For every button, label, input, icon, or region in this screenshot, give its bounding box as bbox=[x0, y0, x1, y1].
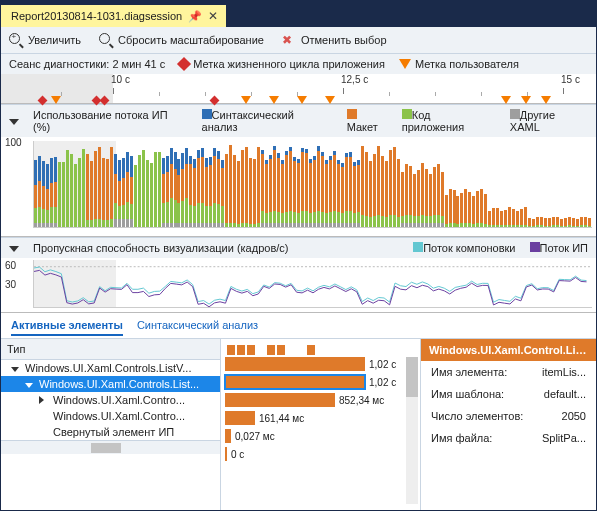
caret-open-icon[interactable] bbox=[25, 378, 35, 390]
user-mark bbox=[297, 94, 307, 106]
zoom-in-label: Увеличить bbox=[28, 34, 81, 46]
panel-title: Пропускная способность визуализации (кад… bbox=[33, 242, 288, 254]
duration-label: 0 с bbox=[231, 449, 244, 460]
duration-bar bbox=[225, 411, 255, 425]
user-mark bbox=[325, 94, 335, 106]
y-tick: 60 bbox=[5, 260, 33, 271]
y-tick: 30 bbox=[5, 279, 33, 290]
tab-parsing[interactable]: Синтаксический анализ bbox=[137, 319, 258, 336]
duration-bar-row[interactable]: 852,34 мс bbox=[225, 391, 416, 409]
element-tree: Windows.UI.Xaml.Controls.ListV...Windows… bbox=[1, 360, 220, 440]
tree-item-label: Windows.UI.Xaml.Contro... bbox=[53, 410, 185, 422]
property-value: itemLis... bbox=[542, 366, 586, 378]
clear-icon: ✖ bbox=[282, 33, 296, 47]
tree-item[interactable]: Свернутый элемент ИП bbox=[1, 424, 220, 440]
tree-item-label: Windows.UI.Xaml.Controls.ListV... bbox=[25, 362, 191, 374]
y-axis-labels: 100 bbox=[5, 137, 33, 236]
chart-plot bbox=[33, 260, 592, 308]
properties-column: Windows.UI.Xaml.Control.ListVi... Имя эл… bbox=[421, 339, 596, 510]
legend-app-lifecycle: Метка жизненного цикла приложения bbox=[179, 58, 385, 70]
tick-label: 15 с bbox=[561, 74, 580, 85]
chart-plot bbox=[33, 141, 592, 228]
reset-zoom-label: Сбросить масштабирование bbox=[118, 34, 264, 46]
h-scrollbar[interactable] bbox=[1, 440, 220, 454]
caret-closed-icon[interactable] bbox=[39, 394, 49, 406]
legend-xaml: Другие XAML bbox=[510, 109, 588, 133]
square-icon bbox=[202, 109, 212, 119]
duration-bar-row[interactable]: 0 с bbox=[225, 445, 416, 463]
duration-header-marks bbox=[225, 345, 416, 355]
close-icon[interactable]: ✕ bbox=[208, 9, 218, 23]
duration-bars-column: 1,02 с1,02 с852,34 мс161,44 мс0,027 мс0 … bbox=[221, 339, 421, 510]
tree-item[interactable]: Windows.UI.Xaml.Contro... bbox=[1, 408, 220, 424]
duration-label: 1,02 с bbox=[369, 359, 396, 370]
tree-item[interactable]: Windows.UI.Xaml.Controls.List... bbox=[1, 376, 220, 392]
legend-parse: Синтаксический анализ bbox=[202, 109, 333, 133]
duration-label: 161,44 мс bbox=[259, 413, 304, 424]
user-mark bbox=[51, 94, 61, 106]
panel-header-ui-thread: Использование потока ИП (%) Синтаксическ… bbox=[1, 104, 596, 137]
duration-bar-row[interactable]: 0,027 мс bbox=[225, 427, 416, 445]
details-grid: Тип Windows.UI.Xaml.Controls.ListV...Win… bbox=[1, 338, 596, 510]
y-axis-labels: 60 30 bbox=[5, 260, 33, 290]
legend-user-mark-label: Метка пользователя bbox=[415, 58, 519, 70]
pin-icon[interactable]: 📌 bbox=[188, 10, 202, 23]
tree-item-label: Windows.UI.Xaml.Controls.List... bbox=[39, 378, 199, 390]
chart-fps[interactable]: 60 30 bbox=[1, 258, 596, 313]
square-icon bbox=[413, 242, 423, 252]
duration-bar bbox=[225, 393, 335, 407]
tree-column: Тип Windows.UI.Xaml.Controls.ListV...Win… bbox=[1, 339, 221, 510]
chart-ui-thread-utilization[interactable]: 100 bbox=[1, 137, 596, 237]
tree-item[interactable]: Windows.UI.Xaml.Controls.ListV... bbox=[1, 360, 220, 376]
tree-item[interactable]: Windows.UI.Xaml.Contro... bbox=[1, 392, 220, 408]
clear-selection-button[interactable]: ✖ Отменить выбор bbox=[282, 33, 387, 47]
legend-app-lifecycle-label: Метка жизненного цикла приложения bbox=[193, 58, 385, 70]
collapse-toggle[interactable] bbox=[9, 242, 19, 254]
property-value: default... bbox=[544, 388, 586, 400]
tree-item-label: Свернутый элемент ИП bbox=[53, 426, 174, 438]
panel-title: Использование потока ИП (%) bbox=[33, 109, 188, 133]
duration-label: 852,34 мс bbox=[339, 395, 384, 406]
zoom-in-icon: + bbox=[9, 33, 23, 47]
square-icon bbox=[347, 109, 357, 119]
tree-header[interactable]: Тип bbox=[1, 339, 220, 360]
lifecycle-mark bbox=[101, 94, 108, 106]
lifecycle-mark bbox=[39, 94, 46, 106]
clear-selection-label: Отменить выбор bbox=[301, 34, 387, 46]
user-mark bbox=[501, 94, 511, 106]
duration-bar-row[interactable]: 1,02 с bbox=[225, 373, 416, 391]
duration-label: 1,02 с bbox=[369, 377, 396, 388]
square-icon bbox=[402, 109, 412, 119]
duration-bar-row[interactable]: 161,44 мс bbox=[225, 409, 416, 427]
property-key: Имя шаблона: bbox=[431, 388, 504, 400]
tick-label: 10 с bbox=[111, 74, 130, 85]
panel-header-fps: Пропускная способность визуализации (кад… bbox=[1, 237, 596, 258]
property-key: Имя элемента: bbox=[431, 366, 507, 378]
document-tab[interactable]: Report20130814-1031.diagsession 📌 ✕ bbox=[1, 5, 226, 27]
duration-bar-row[interactable]: 1,02 с bbox=[225, 355, 416, 373]
scroll-thumb[interactable] bbox=[406, 357, 418, 397]
timeline-ruler[interactable]: 10 с 12,5 с 15 с bbox=[1, 74, 596, 104]
duration-label: 0,027 мс bbox=[235, 431, 275, 442]
property-row: Имя шаблона:default... bbox=[421, 383, 596, 405]
property-row: Имя файла:SplitPa... bbox=[421, 427, 596, 449]
duration-bar bbox=[225, 447, 227, 461]
reset-zoom-button[interactable]: Сбросить масштабирование bbox=[99, 33, 264, 47]
property-row: Число элементов:2050 bbox=[421, 405, 596, 427]
tab-hot-elements[interactable]: Активные элементы bbox=[11, 319, 123, 336]
properties-list: Имя элемента:itemLis...Имя шаблона:defau… bbox=[421, 361, 596, 449]
collapse-toggle[interactable] bbox=[9, 115, 19, 127]
duration-bar bbox=[225, 375, 365, 389]
lifecycle-mark bbox=[211, 94, 218, 106]
property-key: Имя файла: bbox=[431, 432, 492, 444]
legend-user-mark: Метка пользователя bbox=[399, 58, 519, 70]
v-scrollbar[interactable] bbox=[406, 357, 418, 504]
tick-label: 12,5 с bbox=[341, 74, 368, 85]
tree-item-label: Windows.UI.Xaml.Contro... bbox=[53, 394, 185, 406]
zoom-in-button[interactable]: + Увеличить bbox=[9, 33, 81, 47]
caret-open-icon[interactable] bbox=[11, 362, 21, 374]
scroll-thumb[interactable] bbox=[91, 443, 121, 453]
user-mark bbox=[241, 94, 251, 106]
triangle-marker-icon bbox=[399, 59, 411, 69]
property-value: 2050 bbox=[562, 410, 586, 422]
